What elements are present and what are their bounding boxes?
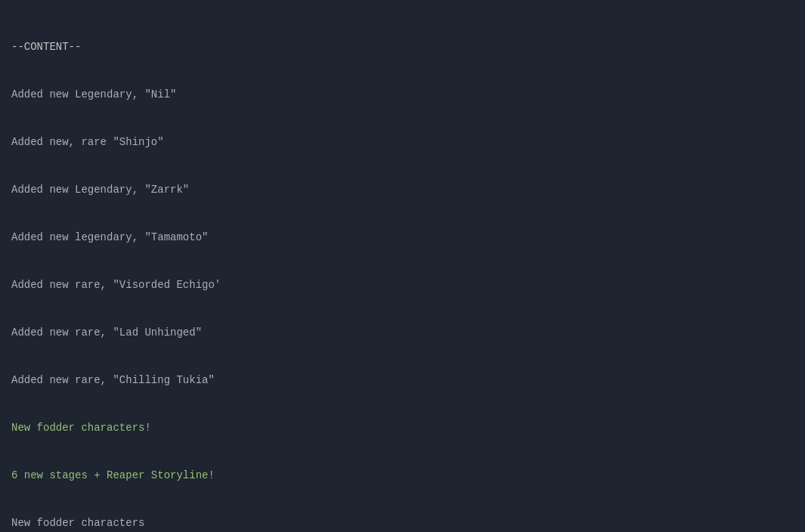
- line-9: 6 new stages + Reaper Storyline!: [11, 468, 794, 484]
- line-8: New fodder characters!: [11, 420, 794, 436]
- line-4: Added new legendary, "Tamamoto": [11, 230, 794, 246]
- line-10: New fodder characters: [11, 515, 794, 531]
- line-2: Added new, rare "Shinjo": [11, 135, 794, 150]
- main-content: --CONTENT-- Added new Legendary, "Nil" A…: [11, 8, 794, 532]
- line-3: Added new Legendary, "Zarrk": [11, 182, 794, 198]
- line-6: Added new rare, "Lad Unhinged": [11, 325, 794, 341]
- line-1: Added new Legendary, "Nil": [11, 87, 794, 103]
- line-5: Added new rare, "Visorded Echigo': [11, 277, 794, 293]
- content-header: --CONTENT--: [11, 39, 794, 55]
- line-7: Added new rare, "Chilling Tukia": [11, 373, 794, 388]
